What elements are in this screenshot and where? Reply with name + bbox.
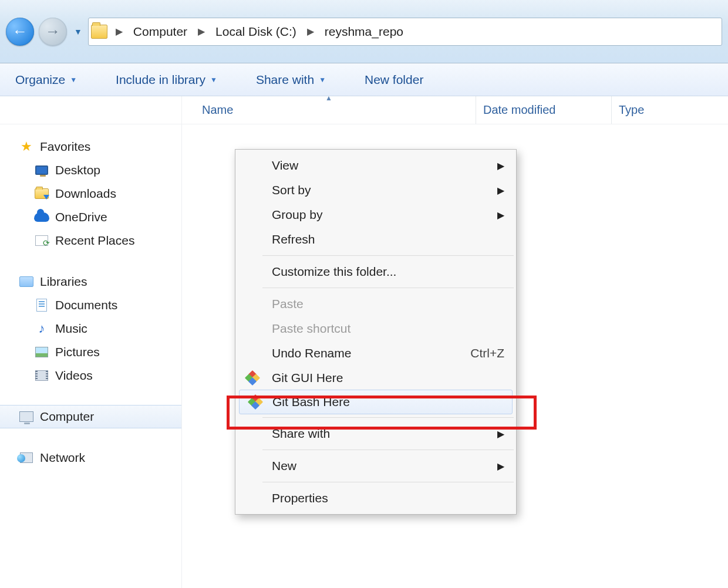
ctx-shortcut: Ctrl+Z — [470, 346, 504, 360]
chevron-right-icon: ▶ — [497, 209, 504, 221]
sidebar-item-label: Desktop — [55, 163, 100, 177]
context-menu: View ▶ Sort by ▶ Group by ▶ Refresh Cust… — [235, 149, 517, 515]
back-button[interactable]: ← — [6, 18, 34, 46]
share-with-button[interactable]: Share with ▼ — [251, 69, 331, 90]
picture-icon — [35, 347, 48, 357]
sidebar-libraries[interactable]: Libraries — [0, 270, 181, 293]
sidebar-group-favorites: ★ Favorites Desktop Downloads OneDrive R… — [0, 135, 181, 252]
sidebar-item-label: Videos — [55, 369, 93, 383]
ctx-view[interactable]: View ▶ — [237, 153, 515, 178]
column-headers: ▲ Name Date modified Type — [0, 96, 728, 124]
ctx-customize[interactable]: Customize this folder... — [237, 259, 515, 284]
navigation-bar: ← → ▼ ▶ Computer ▶ Local Disk (C:) ▶ rey… — [0, 0, 728, 63]
recent-places-icon — [35, 235, 48, 246]
sidebar-item-label: Documents — [55, 298, 117, 312]
breadcrumb-segment-folder[interactable]: reyshma_repo — [319, 18, 409, 45]
chevron-down-icon: ▼ — [70, 76, 77, 84]
arrow-left-icon: ← — [12, 22, 28, 40]
sidebar-item-music[interactable]: ♪ Music — [0, 317, 181, 340]
address-bar[interactable]: ▶ Computer ▶ Local Disk (C:) ▶ reyshma_r… — [88, 18, 722, 46]
ctx-git-bash[interactable]: Git Bash Here — [239, 390, 513, 414]
desktop-icon — [35, 165, 48, 175]
git-icon — [245, 370, 260, 386]
libraries-icon — [19, 276, 33, 287]
new-folder-button[interactable]: New folder — [360, 69, 428, 90]
sidebar-item-downloads[interactable]: Downloads — [0, 182, 181, 205]
chevron-right-icon: ▶ — [497, 160, 504, 171]
breadcrumb-segment-local-disk[interactable]: Local Disk (C:) — [210, 18, 302, 45]
git-icon — [248, 394, 263, 410]
ctx-label: Share with — [272, 427, 330, 441]
ctx-undo-rename[interactable]: Undo Rename Ctrl+Z — [237, 341, 515, 366]
ctx-label: View — [272, 158, 298, 173]
main-area: ★ Favorites Desktop Downloads OneDrive R… — [0, 124, 728, 588]
forward-button[interactable]: → — [39, 18, 67, 46]
ctx-separator — [262, 417, 514, 418]
ctx-group-by[interactable]: Group by ▶ — [237, 202, 515, 227]
chevron-right-icon: ▶ — [111, 26, 127, 37]
chevron-right-icon: ▶ — [497, 461, 504, 472]
video-icon — [35, 370, 48, 381]
ctx-sort-by[interactable]: Sort by ▶ — [237, 178, 515, 202]
sidebar-favorites[interactable]: ★ Favorites — [0, 135, 181, 158]
music-icon: ♪ — [34, 322, 49, 335]
ctx-properties[interactable]: Properties — [237, 486, 515, 511]
sort-ascending-icon: ▲ — [325, 94, 332, 102]
ctx-refresh[interactable]: Refresh — [237, 227, 515, 252]
ctx-label: Paste — [272, 297, 304, 311]
organize-button[interactable]: Organize ▼ — [11, 69, 82, 90]
ctx-git-gui[interactable]: Git GUI Here — [237, 366, 515, 390]
chevron-right-icon: ▶ — [497, 428, 504, 440]
chevron-right-icon: ▶ — [302, 26, 319, 37]
sidebar-item-computer[interactable]: Computer — [0, 405, 181, 428]
file-list-area[interactable]: View ▶ Sort by ▶ Group by ▶ Refresh Cust… — [182, 124, 728, 588]
sidebar-item-pictures[interactable]: Pictures — [0, 340, 181, 364]
ctx-separator — [262, 288, 514, 288]
breadcrumb-segment-computer[interactable]: Computer — [127, 18, 193, 45]
sidebar-item-label: Computer — [40, 410, 94, 424]
sidebar-item-network[interactable]: Network — [0, 446, 181, 469]
sidebar-item-label: Music — [55, 322, 87, 336]
column-date-label: Date modified — [483, 103, 555, 117]
include-label: Include in library — [116, 73, 205, 87]
chevron-right-icon: ▶ — [497, 185, 504, 196]
sidebar-item-desktop[interactable]: Desktop — [0, 158, 181, 182]
sidebar: ★ Favorites Desktop Downloads OneDrive R… — [0, 124, 182, 588]
chevron-right-icon: ▶ — [193, 26, 210, 37]
sidebar-group-network: Network — [0, 446, 181, 469]
ctx-new[interactable]: New ▶ — [237, 454, 515, 478]
sidebar-group-computer: Computer — [0, 405, 181, 428]
column-header-name[interactable]: ▲ Name — [182, 96, 476, 124]
column-name-label: Name — [202, 103, 233, 117]
share-label: Share with — [256, 73, 314, 87]
column-type-label: Type — [619, 103, 644, 117]
sidebar-item-onedrive[interactable]: OneDrive — [0, 205, 181, 229]
history-dropdown[interactable]: ▼ — [72, 27, 85, 36]
document-icon — [36, 299, 47, 312]
ctx-label: Refresh — [272, 232, 315, 246]
ctx-label: New — [272, 459, 296, 473]
sidebar-item-label: OneDrive — [55, 210, 107, 224]
cloud-icon — [34, 212, 49, 222]
sidebar-group-libraries: Libraries Documents ♪ Music Pictures Vid… — [0, 270, 181, 387]
ctx-label: Paste shortcut — [272, 322, 350, 336]
ctx-label: Group by — [272, 208, 322, 222]
include-in-library-button[interactable]: Include in library ▼ — [111, 69, 222, 90]
ctx-separator — [262, 482, 514, 482]
column-header-type[interactable]: Type — [612, 96, 728, 124]
chevron-down-icon: ▼ — [74, 27, 82, 36]
ctx-paste-shortcut: Paste shortcut — [237, 316, 515, 341]
sidebar-item-label: Network — [40, 451, 85, 465]
ctx-share-with[interactable]: Share with ▶ — [237, 421, 515, 446]
sidebar-item-recent-places[interactable]: Recent Places — [0, 229, 181, 252]
sidebar-item-documents[interactable]: Documents — [0, 293, 181, 317]
ctx-label: Git GUI Here — [272, 371, 343, 385]
header-spacer — [0, 96, 182, 124]
downloads-icon — [35, 188, 49, 199]
column-header-date[interactable]: Date modified — [476, 96, 611, 124]
new-folder-label: New folder — [365, 73, 423, 87]
organize-label: Organize — [15, 73, 65, 87]
sidebar-item-videos[interactable]: Videos — [0, 364, 181, 387]
ctx-paste: Paste — [237, 292, 515, 316]
sidebar-item-label: Pictures — [55, 345, 100, 359]
